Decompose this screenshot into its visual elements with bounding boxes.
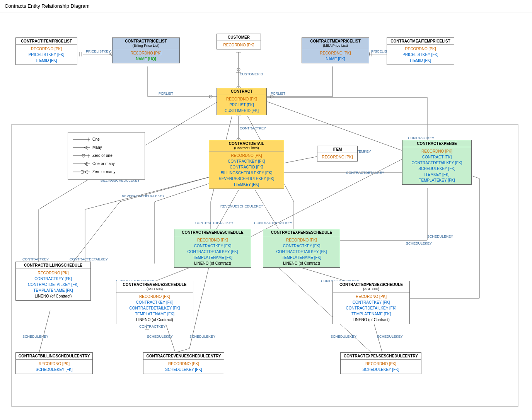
entity-contractexpensescheduleentry-fields: RECORDNO [PK] SCHEDULEKEY [FK] [341,360,421,374]
entity-contractrevenueschedule-fields: RECORDNO [PK] CONTRACTKEY [FK] CONTRACTD… [174,236,251,267]
legend-one-label: One [92,136,100,143]
entity-item-fields: RECORDNO [PK] [317,153,357,161]
entity-contractexpenseschedule-title: CONTRACTEXPENSESCHEDULE [263,229,340,236]
legend-one: One [73,136,140,143]
entity-contract-title: CONTRACT [217,88,266,95]
svg-point-13 [237,68,240,71]
svg-line-80 [84,146,88,148]
entity-contractrevenuescheduleentry-fields: RECORDNO [PK] SCHEDULEKEY [FK] [143,360,224,374]
entity-contractbillingscheduleentry-fields: RECORDNO [PK] SCHEDULEKEY [FK] [16,360,92,374]
label-pcrlist-left: PCRLIST [159,92,173,95]
svg-line-87 [84,162,88,164]
label-pricelistkey-left: PRICELISTKEY [86,49,111,53]
legend-box: One Many Zero or one One or many Zero or… [68,132,145,180]
label-schedulekey-exp: SCHEDULEKEY [331,335,356,338]
entity-contractexpensescheduleentry-title: CONTRACTEXPENSESCHEDULEENTRY [341,353,421,360]
entity-contractexpense2schedule-title: CONTRACTEXPENSE2SCHEDULE(ASC 606) [333,281,409,292]
svg-point-22 [209,95,212,98]
entity-contractrevenue2schedule-fields: RECORDNO [PK] CONTRACTKEY [FK] CONTRACTD… [116,292,193,324]
entity-contract: CONTRACT RECORDNO [PK] PRCLIST [FK] CUST… [217,88,267,115]
entity-contractrevenue2schedule: CONTRACTREVENUE2SCHEDULE(ASC 606) RECORD… [116,281,193,324]
entity-contractbillingscheduleentry: CONTRACTBILLINGSCHEDULEENTRY RECORDNO [P… [15,352,93,374]
entity-contractitempricelist: CONTRACTITEMPRICELIST RECORDNO [PK] PRIC… [15,37,77,65]
entity-contractrevenue2schedule-title: CONTRACTREVENUE2SCHEDULE(ASC 606) [116,281,193,292]
svg-line-4 [109,54,112,56]
svg-line-55 [39,310,50,354]
label-contractkey-rev2: CONTRACTKEY [139,325,165,328]
svg-line-16 [239,85,240,88]
label-revenueschedulekey: REVENUESCHEDULEKEY [122,194,165,198]
legend-many: Many [73,144,140,151]
entity-contractmeaitempricelist-fields: RECORDNO [PK] PRICELISTKEY [FK] ITEMID [… [387,45,454,65]
entity-contractmeapricelist: CONTRACTMEAPRICELIST(MEA Price List) REC… [302,37,369,63]
entity-contractrevenueschedule: CONTRACTREVENUESCHEDULE RECORDNO [PK] CO… [174,229,251,268]
legend-one-or-many: One or many [73,160,140,167]
entity-contractrevenueschedule-title: CONTRACTREVENUESCHEDULE [174,229,251,236]
entity-contractexpense2schedule: CONTRACTEXPENSE2SCHEDULE(ASC 606) RECORD… [332,281,410,324]
entity-contractitempricelist-title: CONTRACTITEMPRICELIST [16,38,77,45]
entity-contractexpenseschedule: CONTRACTEXPENSESCHEDULE RECORDNO [PK] CO… [263,229,340,268]
entity-contractmeapricelist-title: CONTRACTMEAPRICELIST(MEA Price List) [302,38,369,49]
svg-point-28 [270,95,273,98]
entity-contractexpensescheduleentry: CONTRACTEXPENSESCHEDULEENTRY RECORDNO [P… [340,352,421,374]
label-contractdetailkey-exp2: CONTRACTDETAILKEY [254,221,292,225]
label-schedulekey-ce2: SCHEDULEKEY [427,235,453,238]
svg-line-91 [84,170,88,172]
label-revenueschedulekey2: REVENUESCHEDULEKEY [220,204,263,208]
entity-contractbillingschedule: CONTRACTBILLINGSCHEDULE RECORDNO [PK] CO… [15,262,91,301]
entity-contractmeaitempricelist: CONTRACTMEAITEMPRICELIST RECORDNO [PK] P… [387,37,454,65]
entity-item: ITEM RECORDNO [PK] [317,146,358,162]
legend-many-label: Many [92,144,102,151]
legend-zero-or-many: Zero or many [73,168,140,175]
entity-contractexpenseschedule-fields: RECORDNO [PK] CONTRACTKEY [FK] CONTRACTD… [263,236,340,267]
svg-line-81 [84,148,88,150]
entity-contractbillingschedule-fields: RECORDNO [PK] CONTRACTKEY [FK] CONTRACTD… [16,269,90,300]
label-schedulekey-rev2: SCHEDULEKEY [189,335,215,338]
entity-customer-title: CUSTOMER [217,34,261,41]
label-customerid: CUSTOMERID [240,72,263,76]
label-pcrlist-right: PCRLIST [271,92,285,95]
label-contractdetailkey-rev: CONTRACTDETAILKEY [195,221,234,225]
entity-contractrevenuescheduleentry-title: CONTRACTREVENUESCHEDULEENTRY [143,353,224,360]
entity-contractrevenuescheduleentry: CONTRACTREVENUESCHEDULEENTRY RECORDNO [P… [143,352,224,374]
entity-contractmeapricelist-fields: RECORDNO [PK] NAME [FK] [302,49,369,63]
entity-contractmeaitempricelist-title: CONTRACTMEAITEMPRICELIST [387,38,454,45]
entity-customer: CUSTOMER RECORDNO [PK] [217,34,261,49]
svg-line-50 [151,265,195,283]
entity-contractexpense2schedule-fields: RECORDNO [PK] CONTRACTKEY [FK] CONTRACTD… [333,292,409,324]
svg-line-47 [73,202,120,262]
label-contractkey-bill: CONTRACTKEY [22,257,49,261]
entity-contractdetail: CONTRACTDETAIL(Contract Lines) RECORDNO … [209,140,284,189]
entity-contractpricelist: CONTRACTPRICELIST(Billing Price List) RE… [112,37,180,63]
entity-contractbillingscheduleentry-title: CONTRACTBILLINGSCHEDULEENTRY [16,353,92,360]
entity-contractpricelist-title: CONTRACTPRICELIST(Billing Price List) [113,38,179,49]
page-title: Contracts Entity Relationship Diagram [0,0,532,12]
label-contractkey-exp: CONTRACTKEY [408,136,434,140]
legend-one-or-many-label: One or many [92,160,115,167]
label-schedulekey-bill: SCHEDULEKEY [22,335,48,338]
entity-customer-fields: RECORDNO [PK] [217,41,261,49]
label-itemkey-right: ITEMKEY [356,150,371,153]
entity-contractdetail-title: CONTRACTDETAIL(Contract Lines) [209,140,284,151]
legend-zero-or-one-label: Zero or one [92,152,113,159]
entity-contractexpense: CONTRACTEXPENSE RECORDNO [PK] CONTRACT [… [402,140,472,185]
entity-contractpricelist-fields: RECORDNO [PK] NAME [UQ] [113,49,179,63]
label-schedulekey-ce: SCHEDULEKEY [406,241,432,245]
entity-contractexpense-title: CONTRACTEXPENSE [402,140,471,147]
entity-contractexpense-fields: RECORDNO [PK] CONTRACT [FK] CONTRACTDETA… [402,147,471,184]
label-contractdetailkey-exp: CONTRACTDETAILKEY [346,171,384,175]
entity-contractbillingschedule-title: CONTRACTBILLINGSCHEDULE [16,262,90,269]
entity-contractitempricelist-fields: RECORDNO [PK] PRICELISTKEY [FK] ITEMID [… [16,45,77,65]
legend-zero-or-many-label: Zero or many [92,168,115,175]
label-contractdetailkey-bill: CONTRACTDETAILKEY [70,257,108,261]
svg-line-92 [84,172,88,174]
svg-line-31 [237,137,239,140]
svg-line-88 [84,164,88,166]
label-schedulekey-rev: SCHEDULEKEY [147,335,173,338]
legend-zero-or-one: Zero or one [73,152,140,159]
diagram-container: PRICELISTKEY PRICELISTKEY CUSTOMERID PCR… [0,12,532,420]
entity-contract-fields: RECORDNO [PK] PRCLIST [FK] CUSTOMERID [F… [217,95,266,115]
svg-line-52 [176,349,189,352]
entity-contractdetail-fields: RECORDNO [PK] CONTRACTKEY [FK] CONTRACTI… [209,151,284,189]
entity-item-title: ITEM [317,146,357,153]
